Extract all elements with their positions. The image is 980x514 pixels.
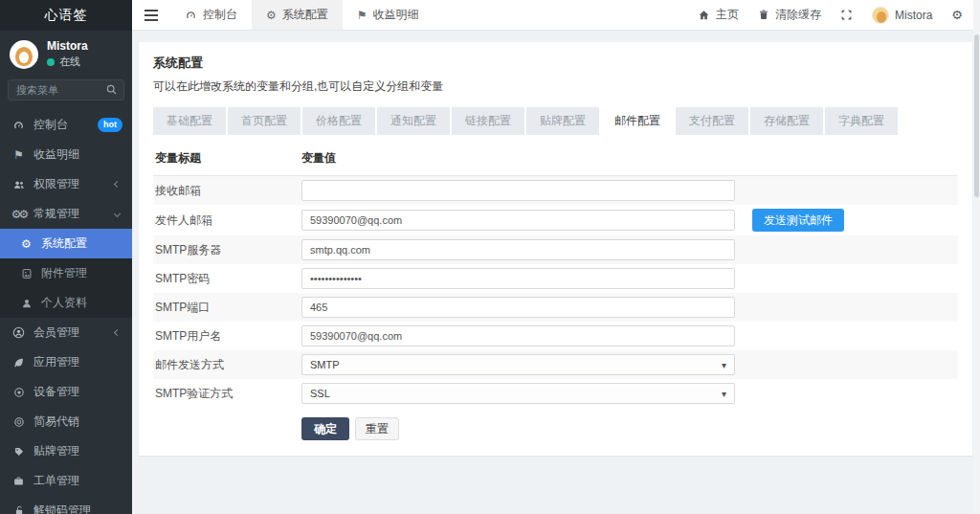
sidebar-item-profile[interactable]: 个人资料 bbox=[0, 288, 132, 318]
leaf-icon bbox=[11, 357, 26, 369]
form-actions: 确定 重置 bbox=[153, 408, 958, 444]
selected-value: SMTP bbox=[310, 359, 340, 370]
sidebar-item-general-mgmt[interactable]: ⚙⚙常规管理 bbox=[0, 199, 132, 229]
sidebar-item-workorder-mgmt[interactable]: 工单管理 bbox=[0, 466, 132, 496]
config-tab-index[interactable]: 首页配置 bbox=[228, 107, 301, 135]
config-tabs: 基础配置首页配置价格配置通知配置链接配置贴牌配置邮件配置支付配置存储配置字典配置 bbox=[153, 107, 958, 135]
scrollbar-thumb[interactable] bbox=[974, 34, 979, 197]
sidebar-item-profit-detail[interactable]: ⚑收益明细 bbox=[0, 140, 132, 169]
expand-icon bbox=[840, 9, 853, 21]
flag-icon: ⚑ bbox=[357, 9, 368, 22]
search-icon[interactable] bbox=[105, 83, 118, 96]
sidebar-item-app-mgmt[interactable]: 应用管理 bbox=[0, 347, 132, 377]
smtp-username-input[interactable] bbox=[301, 325, 735, 346]
field-label-mail-send-method: 邮件发送方式 bbox=[155, 357, 301, 373]
online-dot-icon bbox=[47, 58, 55, 66]
sidebar-item-label: 应用管理 bbox=[33, 354, 79, 370]
field-value-smtp-server bbox=[301, 235, 958, 264]
sidebar-item-label: 会员管理 bbox=[33, 324, 79, 341]
page-scrollbar[interactable] bbox=[973, 0, 980, 514]
sidebar-item-device-mgmt[interactable]: 设备管理 bbox=[0, 377, 132, 407]
config-tab-price[interactable]: 价格配置 bbox=[302, 107, 375, 135]
user-circle-icon bbox=[11, 326, 26, 339]
user-icon bbox=[19, 298, 33, 309]
chevron-left-icon bbox=[114, 181, 121, 188]
reset-button[interactable]: 重置 bbox=[355, 417, 399, 440]
avatar bbox=[10, 40, 38, 69]
receive-email-input[interactable] bbox=[301, 180, 735, 201]
field-value-sender-email: 发送测试邮件 bbox=[301, 205, 958, 235]
topbar-tabs: 控制台⚙系统配置⚑收益明细 bbox=[170, 0, 434, 30]
circle-ring-icon bbox=[11, 416, 26, 428]
unlock-icon bbox=[11, 504, 26, 514]
user-status: 在线 bbox=[47, 55, 88, 69]
config-tab-oem[interactable]: 贴牌配置 bbox=[526, 107, 599, 135]
form-row-smtp-username: SMTP用户名 bbox=[153, 322, 958, 350]
field-value-smtp-password bbox=[301, 264, 958, 293]
config-tab-link[interactable]: 链接配置 bbox=[452, 107, 524, 135]
sidebar-item-auth-mgmt[interactable]: 权限管理 bbox=[0, 169, 132, 199]
sidebar: 心语签 Mistora 在线 控制台hot⚑收益明细权限管理⚙⚙常规管理⚙系统配… bbox=[0, 0, 132, 514]
user-meta: Mistora 在线 bbox=[47, 39, 88, 69]
home-label: 主页 bbox=[716, 7, 739, 23]
chevron-left-icon bbox=[114, 329, 121, 336]
circle-dot-icon bbox=[11, 387, 26, 398]
smtp-verify-method-select[interactable]: SSL▾ bbox=[301, 383, 735, 404]
sidebar-item-system-config[interactable]: ⚙系统配置 bbox=[0, 229, 132, 258]
topbar-username: Mistora bbox=[895, 9, 932, 22]
sidebar-menu: 控制台hot⚑收益明细权限管理⚙⚙常规管理⚙系统配置附件管理个人资料会员管理应用… bbox=[0, 110, 132, 514]
sidebar-item-attachment-mgmt[interactable]: 附件管理 bbox=[0, 258, 132, 288]
config-tab-notice[interactable]: 通知配置 bbox=[377, 107, 450, 135]
sidebar-item-label: 系统配置 bbox=[41, 235, 87, 252]
sidebar-item-unlock-code-mgmt[interactable]: 解锁码管理 bbox=[0, 496, 132, 514]
config-tab-pay[interactable]: 支付配置 bbox=[676, 107, 748, 135]
brand-title: 心语签 bbox=[0, 0, 132, 31]
topbar-tab-dashboard[interactable]: 控制台 bbox=[170, 0, 252, 30]
smtp-server-input[interactable] bbox=[301, 239, 735, 260]
system-config-panel: 系统配置 可以在此增改系统的变量和分组,也可以自定义分组和变量 基础配置首页配置… bbox=[139, 42, 972, 456]
mail-send-method-select[interactable]: SMTP▾ bbox=[301, 354, 735, 375]
hamburger-icon[interactable] bbox=[132, 0, 170, 30]
trash-icon bbox=[758, 9, 769, 21]
topbar-tab-system-config[interactable]: ⚙系统配置 bbox=[252, 0, 343, 30]
sidebar-item-dashboard[interactable]: 控制台hot bbox=[0, 110, 132, 140]
settings-button[interactable]: ⚙ bbox=[951, 8, 963, 22]
sidebar-item-label: 设备管理 bbox=[33, 384, 79, 400]
home-link[interactable]: 主页 bbox=[698, 7, 739, 23]
chevron-down-icon: ▾ bbox=[722, 360, 726, 370]
form-row-smtp-verify-method: SMTP验证方式SSL▾ bbox=[153, 379, 958, 408]
user-panel: Mistora 在线 bbox=[0, 31, 132, 75]
user-menu[interactable]: Mistora bbox=[872, 7, 932, 24]
fullscreen-button[interactable] bbox=[840, 9, 853, 21]
sidebar-item-member-mgmt[interactable]: 会员管理 bbox=[0, 318, 132, 347]
column-header-title: 变量标题 bbox=[155, 150, 301, 167]
submit-button[interactable]: 确定 bbox=[301, 417, 349, 440]
sidebar-submenu: ⚙系统配置附件管理个人资料 bbox=[0, 229, 132, 318]
field-value-receive-email bbox=[301, 176, 958, 205]
sidebar-item-label: 常规管理 bbox=[33, 206, 79, 222]
sidebar-item-oem-mgmt[interactable]: 贴牌管理 bbox=[0, 436, 132, 466]
page-title: 系统配置 bbox=[153, 55, 958, 72]
clear-cache-link[interactable]: 清除缓存 bbox=[758, 7, 821, 23]
config-tab-basic[interactable]: 基础配置 bbox=[153, 107, 226, 135]
dashboard-icon bbox=[185, 10, 197, 21]
topbar-tab-profit-detail[interactable]: ⚑收益明细 bbox=[343, 0, 434, 30]
sender-email-input[interactable] bbox=[301, 210, 735, 231]
briefcase-icon bbox=[11, 476, 26, 487]
avatar bbox=[872, 7, 889, 24]
form-row-receive-email: 接收邮箱 bbox=[153, 176, 958, 205]
form-row-mail-send-method: 邮件发送方式SMTP▾ bbox=[153, 350, 958, 379]
smtp-password-input[interactable] bbox=[301, 268, 735, 289]
send-test-mail-button[interactable]: 发送测试邮件 bbox=[752, 209, 844, 232]
config-tab-dict[interactable]: 字典配置 bbox=[825, 107, 898, 135]
admin-page: 心语签 Mistora 在线 控制台hot⚑收益明细权限管理⚙⚙常规管理⚙系统配… bbox=[0, 0, 980, 514]
gear-icon: ⚙ bbox=[19, 237, 33, 251]
sidebar-item-easy-resale[interactable]: 简易代销 bbox=[0, 407, 132, 436]
config-tab-email[interactable]: 邮件配置 bbox=[601, 107, 674, 135]
topbar-tab-label: 系统配置 bbox=[282, 7, 328, 23]
smtp-port-input[interactable] bbox=[301, 297, 735, 318]
config-tab-storage[interactable]: 存储配置 bbox=[750, 107, 823, 135]
field-value-mail-send-method: SMTP▾ bbox=[301, 350, 958, 379]
sidebar-item-label: 控制台 bbox=[33, 117, 68, 133]
file-image-icon bbox=[19, 268, 33, 279]
